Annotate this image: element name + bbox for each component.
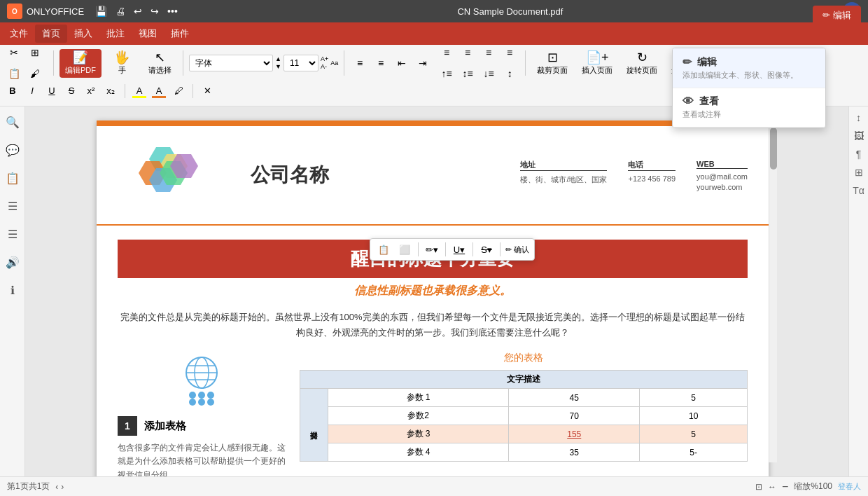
ft-highlight-button[interactable]: ✏▾: [423, 240, 441, 259]
next-page-button[interactable]: ›: [61, 482, 64, 492]
ft-strikethrough-button[interactable]: S▾: [477, 240, 496, 259]
svg-rect-14: [198, 399, 205, 406]
more-icon[interactable]: •••: [167, 6, 178, 17]
strikethrough-button[interactable]: S: [63, 83, 80, 99]
menu-home[interactable]: 首页: [35, 25, 67, 43]
font-family-select[interactable]: 字体: [189, 55, 273, 71]
align-justify-button[interactable]: ≡: [500, 43, 519, 62]
align-center-button[interactable]: ≡: [458, 43, 477, 62]
unordered-list-button[interactable]: ≡: [350, 53, 370, 73]
pages-icon[interactable]: 📋: [3, 168, 22, 188]
align-left-button[interactable]: ≡: [437, 43, 456, 62]
eye-icon: 👁: [682, 95, 694, 108]
search-icon[interactable]: 🔍: [3, 112, 22, 132]
redo-icon[interactable]: ↪: [150, 6, 159, 17]
insert-page-icon: 📄+: [586, 51, 609, 64]
save-icon[interactable]: 💾: [95, 6, 107, 17]
menu-file[interactable]: 文件: [3, 25, 35, 43]
undo-icon[interactable]: ↩: [134, 6, 142, 17]
sub-title: 信息性副标题也承载很多意义。: [118, 284, 748, 298]
paragraph-icon[interactable]: ¶: [856, 149, 862, 160]
font-size-up[interactable]: ▲: [275, 55, 281, 63]
ft-underline-button[interactable]: U▾: [450, 240, 468, 259]
ft-confirm-button[interactable]: ✏ 确认: [505, 240, 530, 259]
dropdown-view-title: 查看: [699, 95, 719, 108]
param-val1-4: 35: [509, 443, 640, 462]
address-value: 楼、街、城市/地区、国家: [520, 174, 607, 185]
case-toggle[interactable]: Aa: [330, 60, 338, 67]
bold-button[interactable]: B: [4, 83, 21, 99]
ft-frame-button[interactable]: ⬜: [396, 240, 414, 259]
page-header-bar: [97, 120, 769, 126]
comments-icon[interactable]: 💬: [3, 140, 22, 160]
status-left: 第1页共1页 ‹ ›: [7, 481, 64, 492]
page-info: 第1页共1页: [7, 481, 50, 492]
table-row: 扣据补义 参数 1 45 5: [300, 389, 748, 407]
document-page: 公司名称 地址 楼、街、城市/地区、国家 电话 +123 456 789 WEB…: [97, 120, 769, 476]
svg-point-11: [189, 392, 196, 399]
clear-format-button[interactable]: ✕: [199, 83, 216, 99]
decrease-indent-button[interactable]: ⇤: [392, 53, 412, 73]
menu-comment[interactable]: 批注: [99, 25, 132, 43]
rotate-page-button[interactable]: ↻ 旋转页面: [621, 49, 663, 78]
highlight-button[interactable]: A: [131, 83, 148, 99]
crop-page-button[interactable]: ⊡ 裁剪页面: [531, 49, 573, 78]
image-right-icon[interactable]: 🖼: [854, 130, 864, 142]
fit-width-button[interactable]: ↔: [768, 482, 776, 492]
fit-page-button[interactable]: ⊡: [755, 482, 762, 492]
edit-pdf-button[interactable]: 📝 编辑PDF: [59, 49, 102, 78]
ordered-list-button[interactable]: ≡: [371, 53, 391, 73]
app-logo: O ONLYOFFICE: [7, 4, 84, 19]
right-column: 您的表格 文字描述 扣据补义 参数 1 45 5: [300, 352, 748, 476]
select-button[interactable]: ↖ 请选择: [142, 49, 177, 78]
superscript-button[interactable]: x²: [83, 83, 99, 99]
table-right-icon[interactable]: ⊞: [855, 167, 863, 178]
hand-tool-button[interactable]: 🖐 手: [104, 49, 139, 78]
param-name-4: 参数 4: [328, 443, 509, 462]
highlight-color-button[interactable]: 🖊: [170, 83, 187, 99]
audio-icon[interactable]: 🔊: [3, 252, 22, 272]
menu-view[interactable]: 视图: [132, 25, 164, 43]
dropdown-edit-item[interactable]: ✏ 编辑 添加或编辑文本、形状、图像等。: [673, 48, 825, 88]
increase-indent-button[interactable]: ⇥: [413, 53, 433, 73]
font-color-button[interactable]: A: [150, 83, 167, 99]
font-size-inc[interactable]: A+: [321, 55, 328, 63]
headings-icon[interactable]: ☰: [3, 224, 22, 244]
edit-mode-button[interactable]: ✏ 编辑: [813, 6, 861, 25]
phone-value: +123 456 789: [628, 174, 676, 183]
resize-icon[interactable]: ↕: [856, 112, 861, 123]
menu-plugin[interactable]: 插件: [164, 25, 196, 43]
insert-page-button[interactable]: 📄+ 插入页面: [576, 49, 618, 78]
dropdown-edit-title: 编辑: [697, 56, 717, 69]
menu-insert[interactable]: 插入: [67, 25, 99, 43]
globe-people-icon: [174, 352, 230, 408]
dropdown-edit-desc: 添加或编辑文本、形状、图像等。: [682, 70, 816, 81]
zoom-out-button[interactable]: −: [782, 481, 788, 493]
font-size-dec[interactable]: A-: [321, 63, 328, 71]
italic-button[interactable]: I: [24, 83, 41, 99]
info-icon[interactable]: ℹ: [3, 280, 22, 300]
dropdown-view-item[interactable]: 👁 查看 查看或注释: [673, 88, 825, 128]
scroll-thumb[interactable]: [770, 128, 777, 170]
table-row: 参数2 70 10: [300, 407, 748, 425]
font-size-down[interactable]: ▼: [275, 63, 281, 71]
prev-page-button[interactable]: ‹: [55, 482, 58, 492]
subscript-button[interactable]: x₂: [102, 83, 119, 99]
cut-button[interactable]: ✂: [4, 43, 24, 62]
section-header: 1 添加表格: [118, 416, 286, 436]
phone-label: 电话: [628, 160, 676, 171]
font-size-select[interactable]: 11: [284, 55, 318, 71]
bookmarks-icon[interactable]: ☰: [3, 196, 22, 216]
param-val2-3: 5: [640, 425, 748, 443]
print-icon[interactable]: 🖨: [115, 6, 125, 17]
select-all-button[interactable]: ⊞: [25, 43, 45, 62]
vertical-scrollbar[interactable]: [769, 120, 777, 462]
zoom-in-button[interactable]: 登春人: [838, 481, 861, 492]
underline-button[interactable]: U: [43, 83, 60, 99]
align-right-button[interactable]: ≡: [479, 43, 498, 62]
ft-copy-button[interactable]: 📋: [374, 240, 393, 259]
text-art-icon[interactable]: Tα: [853, 185, 864, 196]
menu-bar: 文件 首页 插入 批注 视图 插件 ✏ 编辑: [0, 22, 868, 45]
two-column-section: 1 添加表格 包含很多字的文件肯定会让人感到很无趣。这就是为什么添加表格可以帮助…: [118, 352, 748, 476]
left-column: 1 添加表格 包含很多字的文件肯定会让人感到很无趣。这就是为什么添加表格可以帮助…: [118, 352, 286, 476]
